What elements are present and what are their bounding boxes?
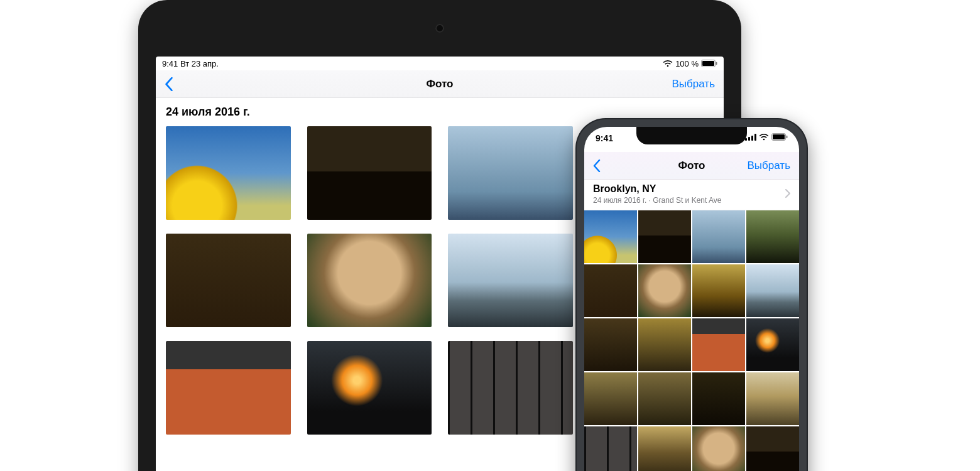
wifi-icon [759,133,769,141]
iphone-notch [636,127,747,144]
back-button[interactable] [165,77,173,91]
photo-thumbnail[interactable] [166,341,291,435]
photo-thumbnail[interactable] [584,264,637,317]
svg-rect-4 [748,137,750,141]
svg-rect-5 [751,136,753,141]
battery-icon [771,133,788,141]
iphone-navbar: Фото Выбрать [584,152,799,180]
photo-thumbnail[interactable] [638,372,691,425]
photo-thumbnail[interactable] [692,264,745,317]
iphone-device-frame: 9:41 Фото Выбрать Brooklyn, NY [575,118,808,471]
svg-rect-2 [716,62,717,65]
ipad-navbar: Фото Выбрать [156,70,724,98]
ipad-camera [435,24,444,33]
svg-rect-1 [702,61,714,66]
photo-thumbnail[interactable] [638,426,691,471]
photo-thumbnail[interactable] [746,372,799,425]
wifi-icon [663,60,673,67]
svg-rect-8 [773,134,785,139]
iphone-select-button[interactable]: Выбрать [748,160,790,172]
photo-thumbnail[interactable] [692,372,745,425]
iphone-screen: 9:41 Фото Выбрать Brooklyn, NY [584,127,799,471]
photo-thumbnail[interactable] [692,210,745,263]
svg-rect-9 [787,136,788,139]
iphone-location-header[interactable]: Brooklyn, NY 24 июля 2016 г. · Grand St … [584,180,799,210]
photo-thumbnail[interactable] [307,234,432,327]
photo-thumbnail[interactable] [746,426,799,471]
photo-thumbnail[interactable] [746,318,799,371]
iphone-status-time: 9:41 [596,133,613,143]
photo-thumbnail[interactable] [638,264,691,317]
ipad-status-bar: 9:41 Вт 23 апр. 100 % [156,57,724,70]
photo-thumbnail[interactable] [584,426,637,471]
ipad-status-left: 9:41 Вт 23 апр. [162,59,219,68]
iphone-location-subline: 24 июля 2016 г. · Grand St и Kent Ave [593,196,790,205]
battery-icon [701,60,717,67]
photo-thumbnail[interactable] [448,234,573,327]
photo-thumbnail[interactable] [692,426,745,471]
photo-thumbnail[interactable] [166,234,291,327]
photo-thumbnail[interactable] [746,210,799,263]
back-button[interactable] [593,160,601,172]
photo-thumbnail[interactable] [448,341,573,435]
photo-thumbnail[interactable] [746,264,799,317]
photo-thumbnail[interactable] [692,318,745,371]
photo-thumbnail[interactable] [307,341,432,435]
ipad-battery-text: 100 % [675,59,699,68]
chevron-right-icon [785,189,790,200]
ipad-nav-title: Фото [156,78,724,90]
photo-thumbnail[interactable] [448,126,573,220]
photo-thumbnail[interactable] [307,126,432,220]
photo-thumbnail[interactable] [166,126,291,220]
svg-rect-6 [754,134,756,141]
ipad-select-button[interactable]: Выбрать [672,78,715,90]
photo-thumbnail[interactable] [584,372,637,425]
photo-thumbnail[interactable] [638,318,691,371]
iphone-location-title: Brooklyn, NY [593,183,790,195]
photo-thumbnail[interactable] [584,318,637,371]
iphone-photo-grid [584,210,799,471]
photo-thumbnail[interactable] [638,210,691,263]
photo-thumbnail[interactable] [584,210,637,263]
